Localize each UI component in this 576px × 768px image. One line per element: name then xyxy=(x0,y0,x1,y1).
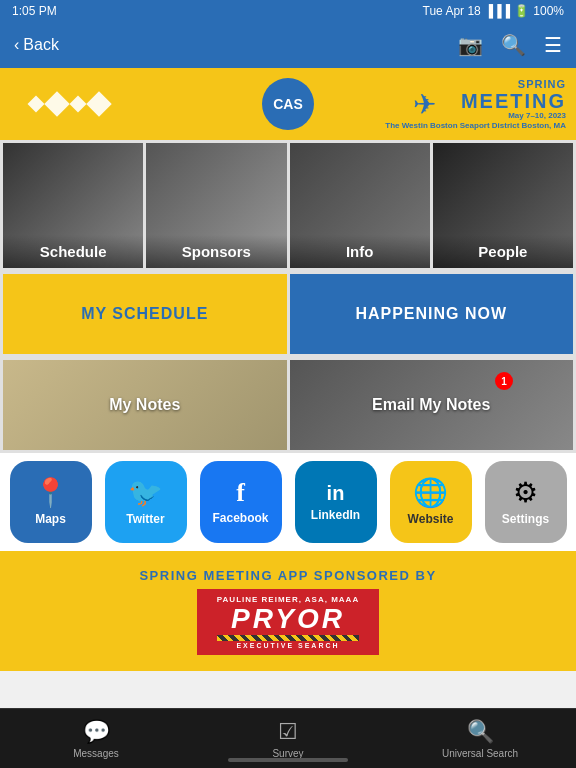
twitter-icon: 🐦 xyxy=(128,479,163,507)
search-icon[interactable]: 🔍 xyxy=(501,33,526,57)
website-icon: 🌐 xyxy=(413,479,448,507)
twitter-label: Twitter xyxy=(126,512,164,526)
maps-label: Maps xyxy=(35,512,66,526)
tab-messages[interactable]: 💬 Messages xyxy=(56,719,136,759)
email-notes-label: Email My Notes xyxy=(372,396,490,414)
settings-label: Settings xyxy=(502,512,549,526)
tab-universal-search[interactable]: 🔍 Universal Search xyxy=(440,719,520,759)
back-chevron-icon: ‹ xyxy=(14,36,19,54)
status-date: Tue Apr 18 xyxy=(423,4,481,18)
tile-schedule-label: Schedule xyxy=(3,235,143,268)
tile-info[interactable]: Info xyxy=(290,143,430,268)
diamond-1 xyxy=(28,96,45,113)
tab-messages-label: Messages xyxy=(73,748,119,759)
pryor-stripe xyxy=(217,635,359,641)
happening-now-button[interactable]: HAPPENING NOW xyxy=(290,274,574,354)
my-schedule-button[interactable]: MY SCHEDULE xyxy=(3,274,287,354)
nav-tiles-grid: Schedule Sponsors Info People xyxy=(0,140,576,271)
linkedin-label: LinkedIn xyxy=(311,508,360,522)
facebook-button[interactable]: f Facebook xyxy=(200,461,282,543)
back-label: Back xyxy=(23,36,59,54)
status-time: 1:05 PM xyxy=(12,4,57,18)
main-content: CAS ✈ SPRING MEETING May 7–10, 2023 The … xyxy=(0,68,576,708)
sponsor-name-main: PRYOR xyxy=(231,605,345,633)
settings-button[interactable]: ⚙ Settings xyxy=(485,461,567,543)
sponsor-title: SPRING MEETING APP SPONSORED BY xyxy=(139,568,436,583)
settings-icon: ⚙ xyxy=(513,479,538,507)
email-notes-tile[interactable]: 1 Email My Notes xyxy=(290,360,574,450)
tab-universal-search-label: Universal Search xyxy=(442,748,518,759)
survey-icon: ☑ xyxy=(278,719,298,745)
maps-button[interactable]: 📍 Maps xyxy=(10,461,92,543)
cas-logo: CAS xyxy=(262,78,314,130)
camera-icon[interactable]: 📷 xyxy=(458,33,483,57)
my-notes-label: My Notes xyxy=(109,396,180,414)
menu-icon[interactable]: ☰ xyxy=(544,33,562,57)
universal-search-icon: 🔍 xyxy=(467,719,494,745)
battery-icon: 🔋 xyxy=(514,4,529,18)
sponsor-logo-box: PAULINE REIMER, ASA, MAAA PRYOR EXECUTIV… xyxy=(197,589,379,655)
linkedin-icon: in xyxy=(327,483,345,503)
back-button[interactable]: ‹ Back xyxy=(14,36,59,54)
tab-survey[interactable]: ☑ Survey xyxy=(248,719,328,759)
happening-now-label: HAPPENING NOW xyxy=(355,305,507,323)
action-row: MY SCHEDULE HAPPENING NOW xyxy=(0,271,576,357)
diamond-4 xyxy=(86,91,111,116)
facebook-icon: f xyxy=(236,480,245,506)
status-bar: 1:05 PM Tue Apr 18 ▐▐▐ 🔋 100% xyxy=(0,0,576,22)
banner-decorations xyxy=(30,68,108,140)
tile-sponsors[interactable]: Sponsors xyxy=(146,143,286,268)
website-label: Website xyxy=(408,512,454,526)
my-notes-tile[interactable]: My Notes xyxy=(3,360,287,450)
home-indicator xyxy=(228,758,348,762)
website-button[interactable]: 🌐 Website xyxy=(390,461,472,543)
maps-icon: 📍 xyxy=(33,479,68,507)
social-row: 📍 Maps 🐦 Twitter f Facebook in LinkedIn … xyxy=(0,453,576,551)
tile-people-label: People xyxy=(433,235,573,268)
plane-icon: ✈ xyxy=(413,88,436,121)
tab-bar: 💬 Messages ☑ Survey 🔍 Universal Search xyxy=(0,708,576,768)
spring-meeting-banner: CAS ✈ SPRING MEETING May 7–10, 2023 The … xyxy=(0,68,576,140)
facebook-label: Facebook xyxy=(212,511,268,525)
messages-icon: 💬 xyxy=(83,719,110,745)
notes-row: My Notes 1 Email My Notes xyxy=(0,357,576,453)
diamond-3 xyxy=(70,96,87,113)
email-badge: 1 xyxy=(495,372,513,390)
nav-icons: 📷 🔍 ☰ xyxy=(458,33,562,57)
linkedin-button[interactable]: in LinkedIn xyxy=(295,461,377,543)
tile-info-label: Info xyxy=(290,235,430,268)
signal-icon: ▐▐▐ xyxy=(485,4,511,18)
tile-people[interactable]: People xyxy=(433,143,573,268)
sponsor-name-bottom: EXECUTIVE SEARCH xyxy=(236,642,339,649)
sponsor-banner: SPRING MEETING APP SPONSORED BY PAULINE … xyxy=(0,551,576,671)
battery-pct: 100% xyxy=(533,4,564,18)
tab-survey-label: Survey xyxy=(272,748,303,759)
tile-sponsors-label: Sponsors xyxy=(146,235,286,268)
meeting-location: The Westin Boston Seaport District Bosto… xyxy=(385,121,566,131)
my-schedule-label: MY SCHEDULE xyxy=(81,305,208,323)
twitter-button[interactable]: 🐦 Twitter xyxy=(105,461,187,543)
status-right: Tue Apr 18 ▐▐▐ 🔋 100% xyxy=(423,4,564,18)
diamond-2 xyxy=(44,91,69,116)
tile-schedule[interactable]: Schedule xyxy=(3,143,143,268)
nav-bar: ‹ Back 📷 🔍 ☰ xyxy=(0,22,576,68)
